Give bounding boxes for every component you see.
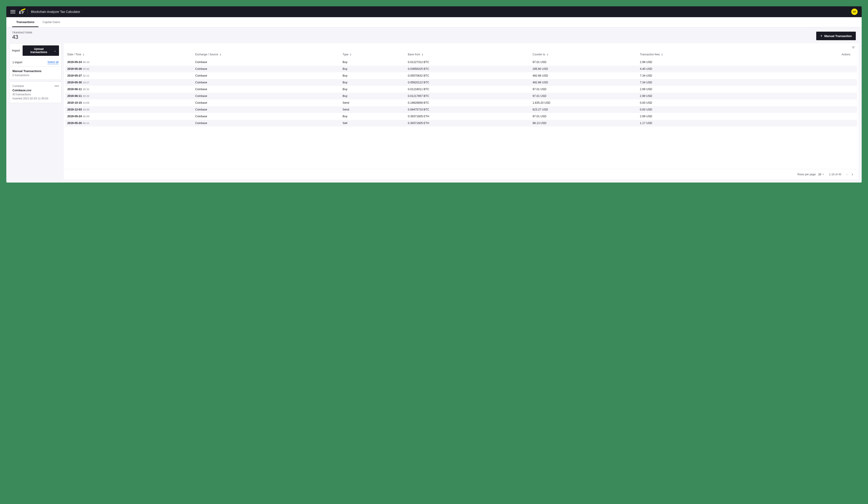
cell-type: Send [340,99,406,106]
cell-base: 0.03658325 BTC [405,65,530,72]
sort-icon: ▲▼ [547,53,548,56]
chevron-down-icon: ⌄ [54,50,56,52]
cell-actions [771,120,857,126]
upload-transactions-button[interactable]: Upload transactions ⌄ [23,45,59,56]
app-header: EY Blockchain Analyzer Tax Calculator CF [6,6,862,17]
more-icon[interactable]: ••• [54,84,59,88]
col-counter[interactable]: Counter to▲▼ [530,51,638,59]
sort-icon: ▲▼ [350,53,352,56]
cell-type: Sell [340,120,406,126]
main-content: Import Upload transactions ⌄ 1 import Se… [6,43,862,182]
pagination: Rows per page: 10 ▼ 1-10 of 43 ‹ › [65,169,857,179]
cell-counter: 97.01 USD [530,113,638,120]
cell-base: 0.05620122 BTC [405,79,530,86]
sidebar: Import Upload transactions ⌄ 1 import Se… [10,43,61,179]
manual-tile-title: Manual Transactions [12,69,59,73]
tab-capital-gains[interactable]: Capital Gains [39,17,64,27]
cell-base: 0.01227312 BTC [405,59,530,65]
table-row[interactable]: 2019-05-3014:17CoinbaseBuy0.05620122 BTC… [65,79,857,86]
col-date[interactable]: Date / Time▲▼ [65,51,193,59]
cell-date: 2019-10-1514:56 [65,99,193,106]
table-row[interactable]: 2019-12-0319:30CoinbaseSend0.08475733 BT… [65,106,857,113]
prev-page-button[interactable]: ‹ [846,172,848,177]
cell-date: 2019-05-2604:11 [65,120,193,126]
col-exchange[interactable]: Exchange / Source▲▼ [193,51,340,59]
cell-fees: 0.00 USD [638,106,771,113]
chevron-down-icon: ▼ [822,173,824,176]
cell-counter: 623.27 USD [530,106,638,113]
col-fees[interactable]: Transaction fees▲▼ [638,51,771,59]
sort-icon: ▲▼ [219,53,221,56]
col-base[interactable]: Base from▲▼ [405,51,530,59]
cell-counter: 1,635.20 USD [530,99,638,106]
ey-logo: EY [19,9,26,15]
cell-date: 2019-06-1120:31 [65,86,193,93]
hamburger-menu-icon[interactable] [10,9,16,14]
cell-exchange: Coinbase [193,106,340,113]
coinbase-inserted: Inserted 2021-02-03 11:45:03 [12,97,59,100]
cell-type: Send [340,106,406,113]
filter-icon[interactable] [851,46,855,50]
cell-date: 2019-05-2400:09 [65,113,193,120]
cell-exchange: Coinbase [193,79,340,86]
cell-fees: 2.99 USD [638,93,771,99]
cell-base: 0.01217857 BTC [405,93,530,99]
cell-type: Buy [340,72,406,79]
manual-tile-subtitle: 0 transactions [12,74,59,77]
table-row[interactable]: 2019-05-2604:11CoinbaseSell0.39371605 ET… [65,120,857,126]
cell-actions [771,113,857,120]
rows-per-page-label: Rows per page: [797,173,816,176]
cell-fees: 2.99 USD [638,113,771,120]
cell-exchange: Coinbase [193,86,340,93]
sidebar-import-card: Import Upload transactions ⌄ 1 import Se… [10,43,61,67]
sort-icon: ▲▼ [83,53,84,56]
cell-base: 0.05570632 BTC [405,72,530,79]
cell-counter: 98.13 USD [530,120,638,126]
cell-exchange: Coinbase [193,99,340,106]
cell-counter: 97.01 USD [530,86,638,93]
cell-exchange: Coinbase [193,72,340,79]
cell-fees: 7.34 USD [638,72,771,79]
sidebar-manual-tile[interactable]: Manual Transactions 0 transactions [10,67,61,80]
cell-date: 2019-12-0319:30 [65,106,193,113]
manual-transaction-button[interactable]: + Manual Transaction [816,32,856,40]
sub-header: TRANSACTIONS 43 + Manual Transaction [6,27,862,43]
cell-actions [771,79,857,86]
table-row[interactable]: 2019-05-2722:11CoinbaseBuy0.05570632 BTC… [65,72,857,79]
cell-counter: 97.01 USD [530,93,638,99]
table-row[interactable]: 2019-10-1514:56CoinbaseSend0.19826658 BT… [65,99,857,106]
table-row[interactable]: 2019-06-1120:32CoinbaseBuy0.01217857 BTC… [65,93,857,99]
app-title: Blockchain Analyzer Tax Calculator [31,10,80,13]
cell-actions [771,72,857,79]
sidebar-coinbase-tile[interactable]: ••• Coinbase Coinbase.csv 43 transaction… [10,82,61,103]
select-all-link[interactable]: Select all [48,61,59,64]
cell-counter: 492.66 USD [530,72,638,79]
table-header: Date / Time▲▼ Exchange / Source▲▼ Type▲▼… [65,51,857,59]
table-body: 2019-05-2400:10CoinbaseBuy0.01227312 BTC… [65,59,857,126]
table-row[interactable]: 2019-05-2400:09CoinbaseBuy0.39371605 ETH… [65,113,857,120]
next-page-button[interactable]: › [852,172,853,177]
transactions-count-label: TRANSACTIONS [12,31,32,34]
table-row[interactable]: 2019-05-2400:10CoinbaseBuy0.01227312 BTC… [65,59,857,65]
cell-base: 0.08475733 BTC [405,106,530,113]
cell-type: Buy [340,59,406,65]
cell-exchange: Coinbase [193,120,340,126]
cell-base: 0.39371605 ETH [405,120,530,126]
col-type[interactable]: Type▲▼ [340,51,406,59]
cell-fees: 4.40 USD [638,65,771,72]
table-area: Date / Time▲▼ Exchange / Source▲▼ Type▲▼… [64,43,858,179]
table-row[interactable]: 2019-05-2604:42CoinbaseBuy0.03658325 BTC… [65,65,857,72]
cell-date: 2019-05-2604:42 [65,65,193,72]
cell-actions [771,99,857,106]
cell-date: 2019-05-2722:11 [65,72,193,79]
cell-counter: 492.66 USD [530,79,638,86]
header-divider [28,9,28,14]
coinbase-tx-count: 43 transactions [12,93,59,96]
transactions-count-block: TRANSACTIONS 43 [12,31,32,40]
cell-actions [771,59,857,65]
rows-per-page-select[interactable]: 10 ▼ [818,173,824,176]
table-row[interactable]: 2019-06-1120:31CoinbaseBuy0.01218011 BTC… [65,86,857,93]
tab-transactions[interactable]: Transactions [12,17,39,27]
avatar[interactable]: CF [851,9,858,15]
cell-type: Buy [340,86,406,93]
